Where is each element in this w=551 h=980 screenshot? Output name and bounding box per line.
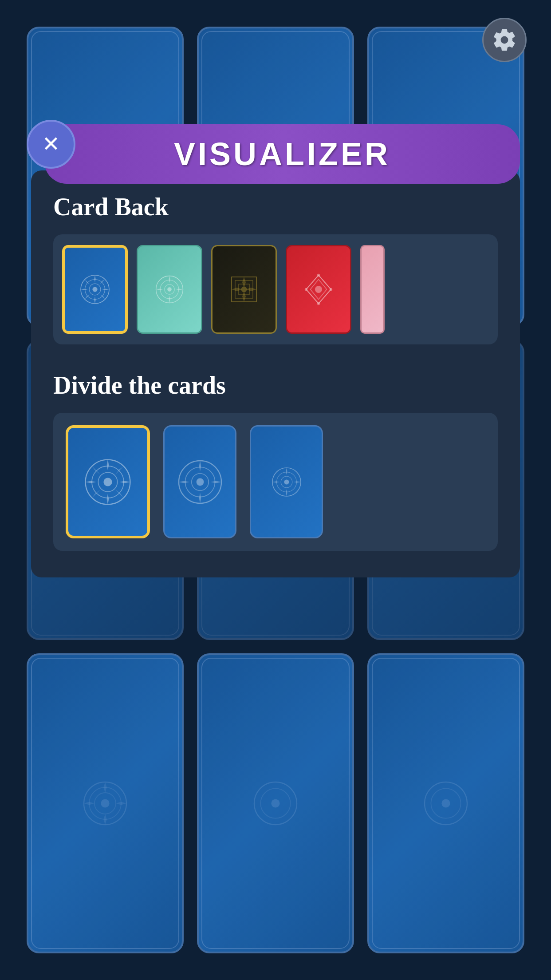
teal-card-mandala [152,272,187,307]
svg-point-21 [101,799,109,807]
gear-icon [492,27,517,53]
visualizer-modal: × VISUALIZER Card Back [31,124,520,577]
settings-button[interactable] [482,18,527,62]
close-button[interactable]: × [27,120,75,169]
modal-title: VISUALIZER [174,136,390,172]
svg-point-35 [167,287,172,292]
bg-card [367,653,524,953]
divide-section: Divide the cards [53,371,498,551]
modal-body: Card Back [31,170,520,577]
svg-point-24 [271,799,279,807]
svg-point-45 [317,302,320,305]
svg-point-27 [441,799,450,807]
divide-options [53,413,498,551]
card-back-option-red[interactable] [286,245,351,334]
bg-card [197,653,354,953]
svg-point-58 [284,479,289,484]
svg-point-44 [330,288,332,291]
close-icon: × [43,128,60,158]
divide-option-double[interactable] [163,425,236,538]
card-back-option-blue[interactable] [62,245,128,334]
card-back-option-pink[interactable] [360,245,385,334]
card-back-title: Card Back [53,193,498,221]
divide-option-single[interactable] [66,425,150,538]
card-back-section: Card Back [53,193,498,344]
card-back-option-teal[interactable] [137,245,202,334]
mandala-icon [419,777,472,830]
single-divide-icon [81,455,134,509]
divide-option-triple[interactable] [250,425,323,538]
svg-point-43 [317,274,320,277]
dark-card-mandala [226,272,262,307]
card-back-options [53,234,498,344]
double-divide-icon [173,455,227,509]
svg-point-54 [196,478,204,486]
modal-header: VISUALIZER [44,124,520,184]
triple-divide-icon [269,464,304,500]
svg-point-42 [315,286,322,293]
divide-section-title: Divide the cards [53,371,498,399]
blue-card-mandala [77,272,113,307]
bg-card [27,653,184,953]
mandala-icon [249,777,302,830]
card-back-option-dark[interactable] [211,245,277,334]
svg-point-46 [305,288,307,291]
mandala-icon [79,777,132,830]
svg-point-50 [103,478,112,486]
svg-point-31 [92,287,97,292]
red-card-mandala [301,272,336,307]
